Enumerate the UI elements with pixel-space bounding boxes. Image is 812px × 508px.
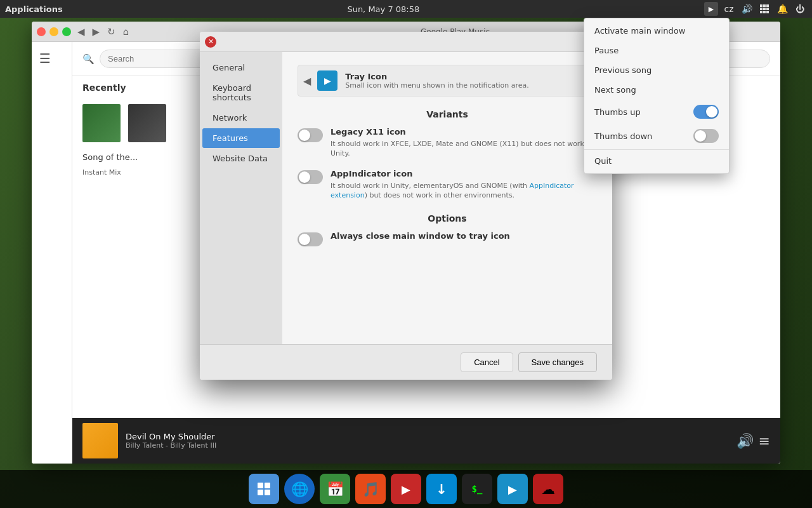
tray-icon-preview: ▶ [317,70,337,91]
taskbar: 🌐 📅 🎵 ▶ ↓ $_ ▶ ☁ [0,470,812,508]
legacy-x11-label: Legacy X11 icon It should work in XFCE, … [331,127,597,159]
options-section-title: Options [298,213,597,224]
svg-rect-12 [265,490,270,495]
menu-item-thumbs-down[interactable]: Thumbs down [584,124,729,148]
music-card-2[interactable] [128,104,166,142]
browser-nav: ◀ ▶ ↻ ⌂ [75,25,131,39]
browser-back-button[interactable]: ◀ [75,25,88,39]
tray-context-menu: Activate main window Pause Previous song… [584,18,730,174]
dialog-footer: Cancel Save changes [200,344,612,380]
sidebar-item-general[interactable]: General [202,58,280,77]
taskbar-icon-multitask[interactable] [249,474,279,504]
taskbar-icon-downloader[interactable]: ↓ [426,474,457,504]
tray-notifications-icon[interactable]: 🔔 [775,2,789,16]
tray-icon-title: Tray Icon [345,72,528,81]
appindicator-toggle[interactable] [298,170,323,184]
tray-volume-icon[interactable]: 🔊 [740,2,754,16]
taskbar-icon-calendar[interactable]: 📅 [320,474,350,504]
appindicator-row: AppIndicator icon It should work in Unit… [298,169,597,201]
thumbs-up-toggle[interactable] [693,105,719,119]
music-thumb-2 [128,104,166,142]
browser-forward-button[interactable]: ▶ [90,25,103,39]
playback-controls: 🔊 ≡ [737,433,770,449]
menu-item-pause[interactable]: Pause [584,41,729,60]
appindicator-title: AppIndicator icon [331,169,597,178]
svg-rect-5 [766,8,769,10]
top-panel: Applications Sun, May 7 08:58 ▶ cz 🔊 🔔 ⏻ [0,0,812,18]
album-art [82,423,118,458]
volume-control-icon[interactable]: 🔊 [737,433,754,449]
menu-item-quit[interactable]: Quit [584,151,729,171]
datetime-display: Sun, May 7 08:58 [63,4,704,14]
queue-icon[interactable]: ≡ [759,433,770,449]
sidebar-item-website-data[interactable]: Website Data [202,149,280,168]
svg-rect-6 [760,11,763,13]
browser-home-button[interactable]: ⌂ [121,25,132,39]
svg-rect-9 [258,483,263,488]
menu-item-activate[interactable]: Activate main window [584,21,729,41]
tray-power-icon[interactable]: ⏻ [793,2,807,16]
legacy-x11-toggle[interactable] [298,128,323,142]
music-thumb-1 [82,104,121,142]
taskbar-icon-youtube[interactable]: ▶ [391,474,421,504]
applications-menu[interactable]: Applications [0,4,63,14]
taskbar-icon-browser[interactable]: 🌐 [284,474,315,504]
close-to-tray-toggle[interactable] [298,232,323,246]
menu-item-next-song[interactable]: Next song [584,80,729,100]
dialog-main-content: ◀ ▶ Tray Icon Small icon with menu shown… [282,52,612,344]
dialog-body: General Keyboard shortcuts Network Featu… [200,52,612,344]
svg-rect-8 [766,11,769,13]
svg-rect-3 [760,8,763,10]
track-artist: Billy Talent - Billy Talent III [126,441,729,450]
taskbar-icon-cloud[interactable]: ☁ [533,474,563,504]
svg-rect-0 [760,4,763,7]
browser-minimize-button[interactable]: − [49,27,58,36]
legacy-x11-description: It should work in XFCE, LXDE, Mate and G… [331,139,597,159]
svg-rect-4 [763,8,766,10]
now-playing-info: Devil On My Shoulder Billy Talent - Bill… [126,432,729,450]
browser-sidebar: ☰ [32,42,72,464]
sidebar-item-network[interactable]: Network [202,108,280,128]
svg-rect-7 [763,11,766,13]
track-title: Devil On My Shoulder [126,432,729,441]
close-to-tray-label: Always close main window to tray icon [331,231,510,243]
menu-item-thumbs-up[interactable]: Thumbs up [584,100,729,124]
dialog-close-button[interactable]: ✕ [205,36,216,48]
legacy-x11-row: Legacy X11 icon It should work in XFCE, … [298,127,597,159]
system-tray: ▶ cz 🔊 🔔 ⏻ [704,2,812,16]
browser-close-button[interactable]: ✕ [37,27,46,36]
close-to-tray-row: Always close main window to tray icon [298,231,597,246]
tray-icon-back-button[interactable]: ◀ [303,75,311,87]
hamburger-menu-icon[interactable]: ☰ [37,48,67,69]
now-playing-bar: Devil On My Shoulder Billy Talent - Bill… [72,418,780,464]
browser-maximize-button[interactable]: + [62,27,71,36]
taskbar-icon-music[interactable]: 🎵 [355,474,386,504]
dialog-titlebar: ✕ [200,32,612,52]
svg-rect-10 [265,483,270,488]
appindicator-label: AppIndicator icon It should work in Unit… [331,169,597,201]
dialog-sidebar: General Keyboard shortcuts Network Featu… [200,52,282,344]
menu-divider [584,149,729,150]
music-card-1[interactable] [82,104,121,142]
taskbar-icon-gpmusic[interactable]: ▶ [497,474,528,504]
browser-refresh-button[interactable]: ↻ [105,25,118,39]
taskbar-icon-terminal[interactable]: $_ [462,474,492,504]
legacy-x11-title: Legacy X11 icon [331,127,597,137]
sidebar-item-keyboard[interactable]: Keyboard shortcuts [202,78,280,107]
tray-play-icon[interactable]: ▶ [704,2,718,16]
thumbs-down-toggle[interactable] [693,129,719,143]
tray-lang-icon[interactable]: cz [722,2,736,16]
tray-network-icon[interactable] [757,2,771,16]
variants-section-title: Variants [298,109,597,119]
settings-dialog: ✕ General Keyboard shortcuts Network Fea… [200,32,612,380]
tray-icon-section: ◀ ▶ Tray Icon Small icon with menu shown… [298,65,597,97]
search-icon: 🔍 [82,53,95,65]
save-changes-button[interactable]: Save changes [518,352,597,372]
svg-rect-2 [766,4,769,7]
menu-item-previous-song[interactable]: Previous song [584,60,729,80]
close-to-tray-title: Always close main window to tray icon [331,231,510,241]
cancel-button[interactable]: Cancel [461,352,513,372]
sidebar-item-features[interactable]: Features [202,128,280,148]
tray-icon-description: Small icon with menu shown in the notifi… [345,81,528,90]
tray-icon-info: Tray Icon Small icon with menu shown in … [345,72,528,90]
